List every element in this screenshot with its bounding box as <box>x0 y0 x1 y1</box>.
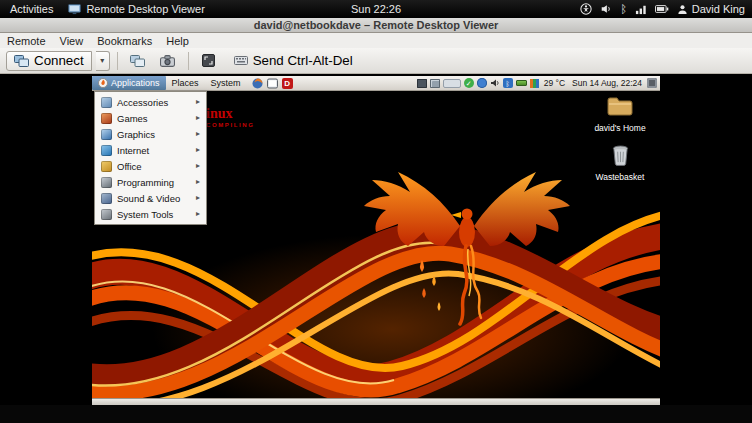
menu-item-label: Sound & Video <box>117 193 180 204</box>
menu-item-graphics[interactable]: Graphics ▸ <box>97 126 204 142</box>
window-title: david@netbookdave – Remote Desktop Viewe… <box>254 19 499 31</box>
disconnect-button[interactable] <box>125 50 151 71</box>
remote-bottom-panel[interactable] <box>92 398 660 405</box>
window-titlebar[interactable]: david@netbookdave – Remote Desktop Viewe… <box>0 18 752 33</box>
web-browser-icon[interactable] <box>252 78 263 89</box>
submenu-arrow-icon: ▸ <box>196 130 200 138</box>
keyboard-icon <box>234 54 248 67</box>
update-notifier-icon[interactable]: ✓ <box>464 78 474 88</box>
system-menu-button[interactable]: System <box>205 76 247 90</box>
wastebasket-desktop-icon[interactable]: Wastebasket <box>586 145 654 182</box>
menu-item-accessories[interactable]: Accessories ▸ <box>97 94 204 110</box>
panel-tray: ✓ ᛒ 29 °C Sun 14 Aug, 22:24 <box>417 78 660 88</box>
internet-icon <box>101 145 112 156</box>
submenu-arrow-icon: ▸ <box>196 98 200 106</box>
screen: Activities Remote Desktop Viewer Sun 22:… <box>0 0 752 423</box>
submenu-arrow-icon: ▸ <box>196 178 200 186</box>
menu-item-office[interactable]: Office ▸ <box>97 158 204 174</box>
programming-icon <box>101 177 112 188</box>
menu-item-system-tools[interactable]: System Tools ▸ <box>97 206 204 222</box>
disconnect-icon <box>130 55 145 67</box>
chevron-down-icon: ▾ <box>100 57 104 65</box>
menu-help[interactable]: Help <box>159 33 196 48</box>
focused-app-menu[interactable]: Remote Desktop Viewer <box>68 3 204 16</box>
panel-volume-icon[interactable] <box>490 78 500 88</box>
connect-dropdown-button[interactable]: ▾ <box>96 51 110 71</box>
wastebasket-icon <box>612 145 629 170</box>
volume-icon[interactable] <box>600 3 612 16</box>
applications-menu-icon <box>98 77 108 90</box>
applications-menu-button[interactable]: Applications <box>92 76 166 90</box>
user-icon <box>677 3 688 16</box>
session-icon[interactable] <box>647 78 657 88</box>
bluetooth-icon[interactable]: ᛒ <box>620 3 627 16</box>
connect-button[interactable]: Connect <box>6 51 92 71</box>
app-window-icon <box>68 3 81 16</box>
top-bar-left: Activities Remote Desktop Viewer <box>0 3 205 16</box>
window-toolbar: Connect ▾ Send Ctrl-Alt-Del <box>0 48 752 74</box>
panel-applet-box[interactable] <box>443 79 461 88</box>
window-menubar: Remote View Bookmarks Help <box>0 33 752 48</box>
system-monitor-icon[interactable] <box>530 79 539 88</box>
wallpaper-logo-line1: inux <box>206 107 254 121</box>
menu-item-label: Graphics <box>117 129 155 140</box>
menu-item-label: System Tools <box>117 209 173 220</box>
display-icon[interactable] <box>430 79 440 88</box>
desktop-icon-label: david's Home <box>594 123 645 133</box>
connect-label: Connect <box>34 53 84 68</box>
shell-top-bar: Activities Remote Desktop Viewer Sun 22:… <box>0 0 752 18</box>
panel-clock[interactable]: Sun 14 Aug, 22:24 <box>570 78 644 88</box>
send-ctrl-alt-del-button[interactable]: Send Ctrl-Alt-Del <box>226 51 361 71</box>
window-list-icon[interactable] <box>417 79 427 88</box>
user-name-label: David King <box>692 3 745 15</box>
screenshot-camera-icon <box>160 55 175 67</box>
submenu-arrow-icon: ▸ <box>196 114 200 122</box>
office-icon <box>101 161 112 172</box>
menu-bookmarks[interactable]: Bookmarks <box>90 33 159 48</box>
games-icon <box>101 113 112 124</box>
menu-item-sound-video[interactable]: Sound & Video ▸ <box>97 190 204 206</box>
wallpaper-logo-text: inux COMPILING <box>206 107 254 128</box>
message-tray[interactable] <box>0 405 752 423</box>
submenu-arrow-icon: ▸ <box>196 162 200 170</box>
submenu-arrow-icon: ▸ <box>196 194 200 202</box>
home-folder-desktop-icon[interactable]: david's Home <box>586 96 654 133</box>
top-bar-status-area: ᛒ David King <box>580 3 752 16</box>
accessibility-icon[interactable] <box>580 3 592 16</box>
menu-remote[interactable]: Remote <box>0 33 53 48</box>
menu-item-label: Accessories <box>117 97 168 108</box>
system-tools-icon <box>101 209 112 220</box>
toolbar-separator <box>117 52 118 70</box>
connect-icon <box>14 54 29 67</box>
menu-item-programming[interactable]: Programming ▸ <box>97 174 204 190</box>
remote-screen[interactable]: inux COMPILING Applications Places Syste… <box>92 74 660 405</box>
home-folder-icon <box>607 96 633 121</box>
graphics-icon <box>101 129 112 140</box>
toolbar-separator <box>188 52 189 70</box>
menu-item-games[interactable]: Games ▸ <box>97 110 204 126</box>
activities-button[interactable]: Activities <box>7 3 56 15</box>
fullscreen-button[interactable] <box>196 50 222 71</box>
menu-item-label: Programming <box>117 177 174 188</box>
panel-battery-icon[interactable] <box>516 80 527 86</box>
menu-view[interactable]: View <box>53 33 91 48</box>
sound-video-icon <box>101 193 112 204</box>
file-manager-icon[interactable] <box>267 78 278 89</box>
take-screenshot-button[interactable] <box>155 50 181 71</box>
desktop-icons: david's Home Wastebasket <box>586 96 654 182</box>
network-icon[interactable] <box>635 3 647 16</box>
accessories-icon <box>101 97 112 108</box>
battery-icon[interactable] <box>655 3 669 16</box>
temperature-applet[interactable]: 29 °C <box>542 78 567 88</box>
presence-icon[interactable] <box>477 78 487 88</box>
panel-bluetooth-icon[interactable]: ᛒ <box>503 78 513 88</box>
remote-top-panel: Applications Places System D <box>92 76 660 91</box>
menu-item-label: Internet <box>117 145 149 156</box>
wallpaper-logo-line2: COMPILING <box>206 122 254 128</box>
user-menu[interactable]: David King <box>677 3 745 16</box>
places-menu-button[interactable]: Places <box>166 76 205 90</box>
panel-launchers: D <box>252 78 293 89</box>
d-app-icon[interactable]: D <box>282 78 293 89</box>
menu-item-internet[interactable]: Internet ▸ <box>97 142 204 158</box>
submenu-arrow-icon: ▸ <box>196 146 200 154</box>
